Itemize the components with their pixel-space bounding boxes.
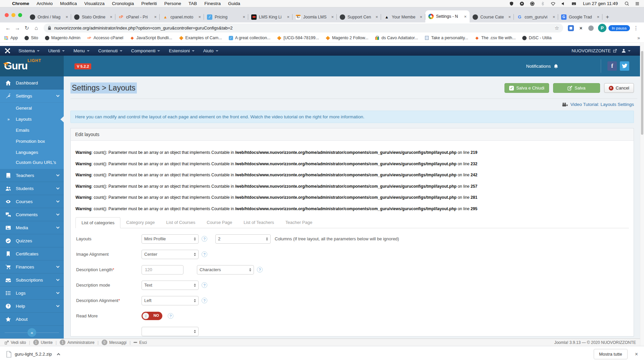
bookmark-star-icon[interactable]: ☆ [554,25,559,31]
wifi-icon[interactable] [550,1,556,6]
sidebar-item-comments[interactable]: Comments [0,208,64,221]
browser-tab[interactable]: ▲Your Membe× [381,11,425,22]
page-scrollbar[interactable] [640,43,644,346]
site-name-link[interactable]: NUOVORIZZONTE [572,48,617,53]
tab-close-icon[interactable]: × [420,14,422,19]
sidebar-item-finances[interactable]: Finances [0,260,64,274]
help-icon[interactable]: ? [202,298,207,303]
sidebar-subitem-promotion-box[interactable]: Promotion box [0,136,64,147]
cancel-button[interactable]: × Cancel [604,83,634,93]
characters-select[interactable]: Characters [197,265,254,275]
browser-tab[interactable]: cPcPanel - Pri× [115,11,160,22]
bookmarks-overflow-icon[interactable]: » [637,35,640,41]
view-site-link[interactable]: Vedi sito [5,340,26,345]
sidebar-subitem-layouts-active[interactable]: » Layouts [0,114,64,125]
help-icon[interactable]: ? [202,251,207,257]
notifications-link[interactable]: Notifications [526,56,558,76]
tab-category-page[interactable]: Category page [120,217,160,228]
nav-item-utenti[interactable]: Utenti [48,48,65,53]
facebook-icon[interactable]: f [607,61,617,71]
browser-tab[interactable]: LMS King Li× [248,11,292,22]
url-text[interactable]: nuovorizzonte.org/administrator/index.ph… [54,25,552,31]
new-tab-button[interactable]: + [602,11,612,22]
menubar-item-finestra[interactable]: Finestra [204,1,221,6]
browser-tab[interactable]: Gcom_guru/vi× [514,11,558,22]
bookmark-item[interactable]: Magento 2 Follow... [326,36,368,40]
description-length-input[interactable]: 120 [142,265,183,275]
tab-close-icon[interactable]: × [464,14,467,19]
scrollbar-thumb[interactable] [641,51,643,135]
user-menu[interactable] [622,49,631,53]
menubar-item-archivio[interactable]: Archivio [37,1,53,6]
back-icon[interactable]: ← [3,25,13,31]
menubar-item-preferiti[interactable]: Preferiti [141,1,157,6]
tab-list-of-teachers[interactable]: List of Teachers [238,217,280,228]
sidebar-item-dashboard[interactable]: Dashboard [0,76,64,89]
menubar-item-tab[interactable]: TAB [189,1,197,6]
bookmark-item[interactable]: ◆JavaScript Bundli... [130,36,172,40]
reload-icon[interactable]: ↻ [22,25,32,31]
backup-status-icon[interactable] [519,1,525,6]
browser-tab[interactable]: Course Cate× [470,11,514,22]
menubar-item-modifica[interactable]: Modifica [60,1,77,6]
extension-icon[interactable] [568,25,574,31]
logout-link[interactable]: Esci [133,340,147,345]
messages-counter[interactable]: 0 Messaggi [102,340,126,345]
browser-tab[interactable]: GGoogle Trad× [558,11,602,22]
menubar-item-visualizza[interactable]: Visualizza [84,1,105,6]
tab-close-icon[interactable]: × [597,14,599,19]
browser-tab[interactable]: Ordini / Mag× [27,11,71,22]
bookmark-item[interactable]: ds Cavo Adattator... [375,36,418,40]
sidebar-item-certificates[interactable]: Certificates [0,247,64,260]
sidebar-item-settings[interactable]: Settings [0,89,64,103]
help-icon[interactable]: ? [168,313,173,319]
spotlight-icon[interactable] [624,1,630,6]
help-icon[interactable]: ? [202,282,207,288]
nav-item-contenuti[interactable]: Contenuti [98,48,122,53]
menubar-clock[interactable]: Lun 27 gen 11:49 [583,1,618,6]
address-bar[interactable]: nuovorizzonte.org/administrator/index.ph… [44,23,563,33]
sidebar-subitem-custom-guru-urls[interactable]: Custom Guru URL's [0,158,64,169]
bookmark-item[interactable]: ∕A great collection... [229,36,271,40]
tab-course-page[interactable]: Course Page [201,217,238,228]
close-shelf-icon[interactable]: × [635,351,638,357]
sidebar-collapse-button[interactable]: « [28,328,36,337]
extension-icon[interactable]: × [578,25,584,31]
tab-close-icon[interactable]: × [110,14,112,19]
bluetooth-icon[interactable] [540,1,545,6]
tab-list-of-courses[interactable]: List of Courses [161,217,201,228]
bookmark-item[interactable]: App [4,36,18,40]
profile-avatar[interactable]: P [598,24,606,32]
menubar-app-name[interactable]: Chrome [12,1,29,6]
tab-close-icon[interactable]: × [65,14,68,19]
nav-item-sistema[interactable]: Sistema [18,48,40,53]
tab-close-icon[interactable]: × [552,14,555,19]
save-and-close-button[interactable]: ✓ Salva e Chiudi [504,83,549,93]
description-alignment-select[interactable]: Left [142,296,199,305]
tab-close-icon[interactable]: × [331,14,334,19]
read-more-toggle[interactable]: NO [142,312,162,320]
profile-status-badge[interactable]: In pausa [608,25,630,31]
sidebar-item-logs[interactable]: Logs [0,287,64,300]
shield-icon[interactable] [509,1,514,6]
browser-tab[interactable]: ∕Pricing× [204,11,248,22]
save-button[interactable]: Salva [553,83,600,93]
browser-tab[interactable]: Stato Ordine× [71,11,115,22]
home-icon[interactable]: ⌂ [32,25,41,31]
sidebar-item-teachers[interactable]: Teachers [0,169,64,182]
description-mode-select[interactable]: Text [142,281,199,290]
sidebar-subitem-languages[interactable]: Languages [0,147,64,158]
tab-close-icon[interactable]: × [375,14,378,19]
partial-select[interactable] [142,327,199,336]
twitter-icon[interactable] [620,61,629,71]
tab-list-of-categories[interactable]: List of categories [75,217,120,228]
sidebar-subitem-emails[interactable]: Emails [0,125,64,136]
bookmark-item[interactable]: Sito [24,36,38,40]
sidebar-item-courses[interactable]: Courses [0,195,64,208]
download-item[interactable]: guru-light_5.2.2.zip [6,351,52,358]
browser-tab-active[interactable]: Settings - N× [425,10,470,22]
help-icon[interactable]: ? [202,236,207,242]
browser-tab[interactable]: Support Cen× [337,11,381,22]
menubar-item-persone[interactable]: Persone [164,1,181,6]
extension-icon[interactable] [588,25,594,31]
